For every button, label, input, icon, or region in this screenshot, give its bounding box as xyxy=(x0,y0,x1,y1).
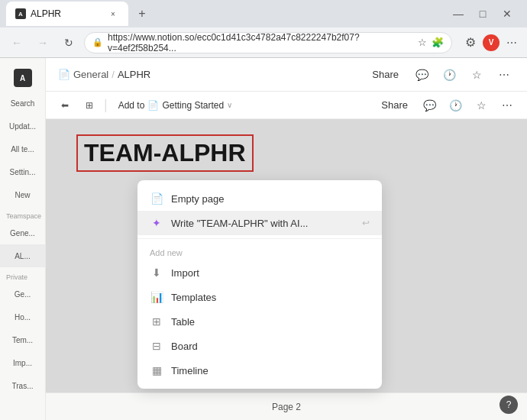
tab-label: ALPHR xyxy=(31,8,61,19)
comment-icon-btn[interactable]: 💬 xyxy=(411,64,432,86)
ext-icons: ⚙ V ⋯ xyxy=(461,34,521,52)
add-to-page-name: Getting Started xyxy=(162,100,224,111)
sidebar-item-search[interactable]: Search xyxy=(0,92,45,115)
breadcrumb-sep: / xyxy=(112,69,115,80)
sidebar-item-private-ge[interactable]: Ge... xyxy=(0,283,45,305)
view-icon: ⊞ xyxy=(86,100,93,111)
sidebar-item-settings[interactable]: Settin... xyxy=(0,160,45,183)
minimize-btn[interactable]: — xyxy=(448,3,469,24)
notion-area: 📄 General / ALPHR Share 💬 🕐 ☆ ⋯ ⬅ xyxy=(46,58,527,420)
import-icon: ⬇ xyxy=(150,266,163,279)
sidebar-item-all[interactable]: All te... xyxy=(0,137,45,160)
tab-close-btn[interactable]: × xyxy=(107,8,119,20)
breadcrumb-page-icon: 📄 xyxy=(58,69,70,80)
table-label: Table xyxy=(171,316,370,328)
menu-ai-write[interactable]: ✦ Write "TEAM-ALPHR" with AI... ↩ xyxy=(137,211,382,235)
empty-page-icon: 📄 xyxy=(150,192,163,205)
star-icon-btn[interactable]: ☆ xyxy=(466,64,487,86)
add-to-btn[interactable]: Add to 📄 Getting Started ∨ xyxy=(112,98,238,113)
ext-1[interactable]: ⚙ xyxy=(461,34,480,52)
menu-timeline[interactable]: ▦ Timeline xyxy=(137,358,382,383)
active-tab[interactable]: A ALPHR × xyxy=(6,2,128,26)
dropdown-menu: 📄 Empty page ✦ Write "TEAM-ALPHR" with A… xyxy=(137,180,382,389)
private-section-label: Private xyxy=(0,267,45,283)
toolbar-more-btn[interactable]: ⋯ xyxy=(496,95,518,116)
table-icon: ⊞ xyxy=(150,315,163,328)
breadcrumb-current: ALPHR xyxy=(118,69,150,80)
sidebar-item-home[interactable]: Ho... xyxy=(0,305,45,328)
timeline-label: Timeline xyxy=(171,365,370,376)
bottom-bar: Page 2 ? xyxy=(46,393,527,420)
forward-btn[interactable]: → xyxy=(32,32,53,53)
back-view-btn[interactable]: ⬅ xyxy=(55,97,75,114)
main-content: A Search Updat... All te... Settin... Ne… xyxy=(0,58,527,420)
menu-table[interactable]: ⊞ Table xyxy=(137,309,382,334)
ai-write-label: Write "TEAM-ALPHR" with AI... xyxy=(171,218,354,229)
browser-more-btn[interactable]: ⋯ xyxy=(503,34,521,52)
view-toggle-btn[interactable]: ⊞ xyxy=(79,97,99,114)
sidebar-item-templates[interactable]: Tem... xyxy=(0,328,45,351)
chevron-down-icon: ∨ xyxy=(227,101,232,109)
toolbar-star-btn[interactable]: ☆ xyxy=(470,95,492,116)
board-label: Board xyxy=(171,341,370,352)
address-bar[interactable]: 🔒 https://www.notion.so/ecc0c1d41c3c4782… xyxy=(84,32,452,53)
extensions-icon[interactable]: 🧩 xyxy=(432,37,444,48)
ext-2[interactable]: V xyxy=(483,34,500,51)
sidebar-all-label: All te... xyxy=(11,145,34,153)
back-btn[interactable]: ← xyxy=(6,32,27,53)
sidebar-item-import[interactable]: Imp... xyxy=(0,351,45,374)
toolbar-share-btn[interactable]: Share xyxy=(375,96,414,114)
menu-board[interactable]: ⊟ Board xyxy=(137,334,382,358)
notion-topbar: 📄 General / ALPHR Share 💬 🕐 ☆ ⋯ xyxy=(46,58,527,92)
sidebar-item-new[interactable]: New xyxy=(0,183,45,206)
add-new-label: Add new xyxy=(137,242,382,260)
tab-bar: A ALPHR × + — □ ✕ xyxy=(0,0,527,27)
topbar-actions: Share 💬 🕐 ☆ ⋯ xyxy=(366,64,515,86)
sidebar-item-general[interactable]: Gene... xyxy=(0,221,45,244)
menu-import[interactable]: ⬇ Import xyxy=(137,260,382,285)
workspace-avatar[interactable]: A xyxy=(0,64,45,92)
ai-write-icon: ✦ xyxy=(150,216,163,230)
board-icon: ⊟ xyxy=(150,339,163,353)
menu-divider xyxy=(137,238,382,239)
tab-favicon: A xyxy=(15,8,26,19)
sidebar: A Search Updat... All te... Settin... Ne… xyxy=(0,58,46,420)
editor-toolbar: ⬅ ⊞ | Add to 📄 Getting Started ∨ Share 💬… xyxy=(46,92,527,119)
sidebar-new-label: New xyxy=(15,191,30,199)
menu-empty-page[interactable]: 📄 Empty page xyxy=(137,186,382,211)
help-btn[interactable]: ? xyxy=(500,396,518,414)
breadcrumb-page[interactable]: General xyxy=(73,69,108,80)
close-btn[interactable]: ✕ xyxy=(496,3,518,24)
browser-controls: ← → ↻ 🔒 https://www.notion.so/ecc0c1d41c… xyxy=(0,27,527,58)
maximize-btn[interactable]: □ xyxy=(472,3,493,24)
empty-page-label: Empty page xyxy=(171,193,370,205)
sidebar-alphr-label: AL... xyxy=(15,252,31,260)
more-icon-btn[interactable]: ⋯ xyxy=(493,64,515,86)
import-label: Import xyxy=(171,267,370,279)
add-to-page-icon: 📄 xyxy=(147,100,159,111)
new-tab-btn[interactable]: + xyxy=(131,3,153,24)
timeline-icon: ▦ xyxy=(150,363,163,377)
workspace-logo: A xyxy=(14,69,32,87)
history-icon-btn[interactable]: 🕐 xyxy=(438,64,460,86)
add-to-label: Add to xyxy=(118,100,145,111)
sidebar-item-updates[interactable]: Updat... xyxy=(0,115,45,137)
share-btn[interactable]: Share xyxy=(366,66,405,83)
lock-icon: 🔒 xyxy=(92,37,103,47)
refresh-btn[interactable]: ↻ xyxy=(58,32,79,53)
sidebar-item-trash[interactable]: Tras... xyxy=(0,374,45,397)
sidebar-settings-label: Settin... xyxy=(10,168,36,176)
menu-templates[interactable]: 📊 Templates xyxy=(137,285,382,309)
toolbar-history-btn[interactable]: 🕐 xyxy=(445,95,466,116)
templates-icon: 📊 xyxy=(150,290,163,304)
toolbar-comment-btn[interactable]: 💬 xyxy=(419,95,440,116)
sidebar-updates-label: Updat... xyxy=(9,122,36,131)
sidebar-general-label: Gene... xyxy=(10,229,35,237)
back-icon: ⬅ xyxy=(61,100,69,111)
templates-label: Templates xyxy=(171,292,370,303)
toolbar-separator: | xyxy=(104,97,108,113)
sidebar-item-alphr[interactable]: AL... xyxy=(0,244,45,267)
teamspace-section-label: Teamspace xyxy=(0,206,45,221)
ai-write-arrow: ↩ xyxy=(362,218,370,228)
star-icon[interactable]: ☆ xyxy=(418,37,427,48)
